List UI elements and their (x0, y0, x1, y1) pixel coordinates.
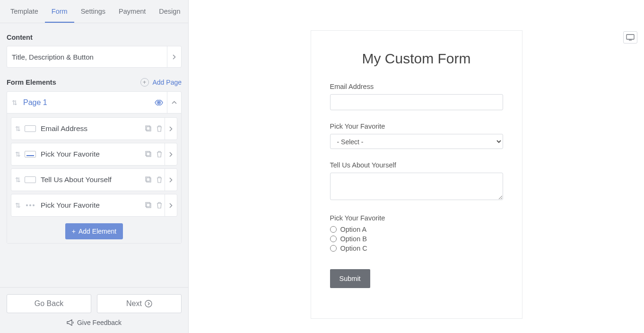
megaphone-icon (67, 319, 74, 326)
drag-handle-icon[interactable]: ⇅ (14, 125, 22, 132)
element-label: Pick Your Favorite (41, 150, 143, 158)
radio-option[interactable]: Option B (330, 235, 503, 243)
radio-option[interactable]: Option C (330, 245, 503, 252)
element-list: ⇅ Email Address ⇅ Pick Your Favorite (7, 114, 181, 243)
favorite-select[interactable]: - Select - (330, 134, 503, 149)
svg-rect-1 (147, 127, 151, 131)
page-title: Page 1 (18, 98, 151, 107)
drag-handle-icon[interactable]: ⇅ (14, 150, 22, 158)
textarea-field-icon (25, 176, 36, 183)
sidebar-footer: Go Back Next Give Feedback (0, 287, 188, 333)
field-email: Email Address (330, 83, 503, 110)
radio-option-label: Option B (340, 235, 367, 243)
duplicate-icon[interactable] (143, 202, 154, 209)
plus-icon: + (72, 228, 76, 235)
add-element-label: Add Element (78, 228, 116, 235)
svg-rect-7 (147, 203, 151, 208)
svg-rect-6 (146, 177, 150, 181)
duplicate-icon[interactable] (143, 151, 154, 158)
visibility-icon[interactable] (151, 100, 167, 105)
chevron-right-icon (165, 169, 177, 191)
chevron-right-icon (165, 194, 177, 216)
form-preview: My Custom Form Email Address Pick Your F… (311, 30, 522, 319)
text-field-icon (25, 125, 36, 132)
element-item[interactable]: ⇅ Tell Us About Yourself (11, 168, 177, 191)
give-feedback-link[interactable]: Give Feedback (7, 319, 182, 326)
svg-rect-3 (147, 152, 151, 157)
svg-rect-5 (147, 178, 151, 182)
field-label: Tell Us About Yourself (330, 161, 503, 169)
chevron-right-icon (167, 46, 181, 67)
next-button[interactable]: Next (97, 294, 182, 313)
go-back-button[interactable]: Go Back (7, 294, 91, 313)
element-item[interactable]: ⇅ Pick Your Favorite (11, 194, 177, 217)
element-label: Tell Us About Yourself (41, 175, 143, 184)
field-textarea: Tell Us About Yourself (330, 161, 503, 202)
feedback-label: Give Feedback (77, 319, 122, 326)
radio-option-label: Option A (340, 226, 367, 233)
tab-template[interactable]: Template (4, 0, 45, 23)
trash-icon[interactable] (154, 176, 165, 183)
form-title: My Custom Form (330, 51, 503, 67)
field-label: Pick Your Favorite (330, 123, 503, 130)
svg-point-0 (158, 102, 160, 104)
element-label: Email Address (41, 124, 143, 133)
duplicate-icon[interactable] (143, 176, 154, 183)
email-input[interactable] (330, 94, 503, 110)
add-page-button[interactable]: + Add Page (140, 78, 182, 87)
drag-handle-icon[interactable]: ⇅ (14, 176, 22, 184)
chevron-right-icon (165, 118, 177, 140)
content-item-title-desc-button[interactable]: Title, Description & Button (7, 46, 182, 68)
tab-settings[interactable]: Settings (74, 0, 112, 23)
field-radio: Pick Your Favorite Option A Option B Opt… (330, 214, 503, 252)
svg-point-9 (145, 300, 152, 307)
radio-input[interactable] (330, 245, 337, 252)
element-label: Pick Your Favorite (41, 201, 143, 210)
form-elements-section-label: Form Elements (7, 79, 140, 86)
builder-sidebar: Template Form Settings Payment Design Co… (0, 0, 189, 333)
radio-field-icon (25, 202, 36, 209)
element-item[interactable]: ⇅ Pick Your Favorite (11, 143, 177, 166)
trash-icon[interactable] (154, 202, 165, 209)
radio-option-label: Option C (340, 245, 367, 252)
content-item-label: Title, Description & Button (12, 53, 167, 61)
plus-icon: + (140, 78, 149, 87)
radio-input[interactable] (330, 226, 337, 233)
add-page-label: Add Page (153, 79, 182, 86)
chevron-right-icon (165, 143, 177, 165)
next-label: Next (126, 299, 142, 308)
svg-rect-4 (146, 151, 150, 156)
svg-rect-10 (627, 35, 634, 39)
page-header[interactable]: ⇅ Page 1 (7, 92, 181, 114)
tab-form[interactable]: Form (45, 0, 74, 23)
tab-design[interactable]: Design (152, 0, 187, 23)
drag-handle-icon[interactable]: ⇅ (11, 99, 18, 106)
sidebar-tabs: Template Form Settings Payment Design (0, 0, 188, 23)
duplicate-icon[interactable] (143, 125, 154, 132)
arrow-right-icon (145, 300, 152, 307)
tab-payment[interactable]: Payment (112, 0, 152, 23)
desktop-icon (626, 34, 635, 41)
drag-handle-icon[interactable]: ⇅ (14, 202, 22, 209)
field-select: Pick Your Favorite - Select - (330, 123, 503, 149)
radio-option[interactable]: Option A (330, 226, 503, 233)
trash-icon[interactable] (154, 151, 165, 158)
select-field-icon (25, 151, 36, 158)
svg-rect-8 (146, 202, 150, 207)
add-element-button[interactable]: + Add Element (65, 223, 123, 239)
device-preview-button[interactable] (623, 31, 637, 44)
field-label: Email Address (330, 83, 503, 90)
element-item[interactable]: ⇅ Email Address (11, 117, 177, 140)
preview-canvas: My Custom Form Email Address Pick Your F… (189, 0, 644, 333)
trash-icon[interactable] (154, 125, 165, 132)
field-label: Pick Your Favorite (330, 214, 503, 222)
page-block: ⇅ Page 1 ⇅ Email Address (7, 91, 182, 244)
content-section-label: Content (0, 23, 188, 46)
radio-input[interactable] (330, 236, 337, 242)
chevron-up-icon[interactable] (167, 92, 181, 114)
svg-rect-2 (146, 126, 150, 130)
submit-button[interactable]: Submit (330, 269, 370, 288)
about-textarea[interactable] (330, 173, 503, 200)
